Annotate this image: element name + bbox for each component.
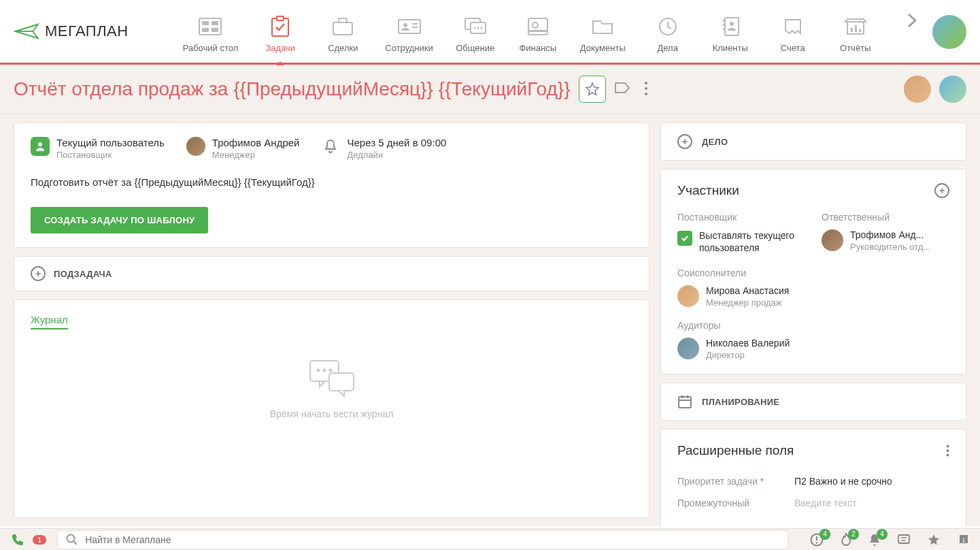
phone-badge: 1	[33, 535, 46, 545]
nav-tasks[interactable]: Задачи	[260, 10, 301, 53]
svg-point-37	[322, 369, 326, 372]
participant-avatar-2[interactable]	[939, 76, 966, 103]
svg-point-56	[963, 538, 964, 540]
person-icon	[31, 137, 50, 156]
svg-rect-39	[329, 373, 354, 391]
svg-rect-21	[725, 18, 739, 35]
svg-marker-26	[785, 20, 800, 33]
svg-rect-23	[723, 24, 725, 26]
plus-icon: +	[677, 134, 692, 149]
owner-label: Постановщик	[677, 212, 805, 223]
coexecutors-label: Соисполнители	[677, 268, 949, 278]
logo-icon	[14, 22, 39, 41]
avatar	[186, 137, 205, 156]
task-description: Подготовить отчёт за {{ПредыдущийМесяц}}…	[31, 176, 632, 188]
nav-deals[interactable]: Сделки	[322, 10, 363, 53]
nav-chat[interactable]: Общение	[455, 10, 496, 53]
svg-rect-30	[859, 29, 861, 32]
coexecutor-person[interactable]: Мирова Анастасия Менеджер продаж	[677, 285, 949, 308]
svg-rect-52	[898, 535, 909, 543]
alert-icon[interactable]: 4	[810, 533, 824, 547]
flag-icon[interactable]	[957, 534, 969, 546]
logo[interactable]: МЕГАПЛАН	[14, 22, 129, 41]
responsible-person[interactable]: Трофимов Анд... Руководитель отд...	[822, 229, 949, 252]
nav-finance[interactable]: Финансы	[518, 10, 558, 53]
main-right: + ДЕЛО Участники + Постановщик Выставлят…	[660, 123, 966, 518]
nav-documents[interactable]: Документы	[580, 10, 626, 53]
journal-tab[interactable]: Журнал	[31, 314, 68, 329]
search-input[interactable]	[85, 534, 779, 545]
nav-more[interactable]	[906, 10, 918, 31]
add-delo-button[interactable]: + ДЕЛО	[660, 123, 966, 161]
svg-rect-6	[277, 16, 284, 20]
chevron-right-icon	[906, 10, 918, 31]
participants-header: Участники +	[677, 183, 949, 198]
message-icon[interactable]	[897, 534, 911, 546]
fire-icon[interactable]: 2	[840, 533, 852, 547]
intermediate-field[interactable]: Промежуточный Введите текст	[677, 492, 949, 514]
svg-point-34	[38, 142, 42, 146]
global-search[interactable]	[57, 530, 788, 549]
task-owner[interactable]: Текущий пользователь Постановщик	[31, 137, 165, 160]
nav-affairs[interactable]: Дела	[647, 10, 688, 53]
svg-rect-4	[212, 28, 218, 32]
priority-field[interactable]: Приоритет задачи * П2 Важно и не срочно	[677, 470, 949, 492]
bell-notif-icon[interactable]: 4	[868, 533, 881, 547]
svg-rect-0	[199, 18, 221, 35]
reports-icon	[843, 16, 868, 37]
top-nav: МЕГАПЛАН Рабочий стол Задачи Сделки Сотр…	[0, 0, 980, 65]
svg-rect-2	[212, 21, 218, 25]
svg-point-31	[645, 82, 647, 84]
journal-card: Журнал Время начать вести журнал	[14, 300, 649, 518]
more-vertical-icon	[644, 81, 648, 96]
page-title: Отчёт отдела продаж за {{ПредыдущийМесяц…	[14, 78, 571, 100]
svg-point-16	[480, 27, 482, 29]
svg-point-9	[403, 23, 407, 27]
main-content: Текущий пользователь Постановщик Трофимо…	[0, 114, 980, 526]
desktop-icon	[198, 16, 222, 37]
auditors-label: Аудиторы	[677, 320, 949, 331]
star-icon	[585, 82, 600, 97]
add-subtask-button[interactable]: + ПОДЗАДАЧА	[14, 256, 649, 291]
task-deadline[interactable]: Через 5 дней в 09:00 Дедлайн	[321, 137, 446, 160]
svg-point-45	[947, 449, 949, 452]
nav-reports[interactable]: Отчёты	[835, 10, 876, 53]
responsible-label: Ответственный	[822, 212, 949, 223]
svg-point-33	[645, 93, 647, 95]
create-task-button[interactable]: СОЗДАТЬ ЗАДАЧУ ПО ШАБЛОНУ	[31, 207, 208, 233]
tag-icon[interactable]	[614, 81, 630, 97]
star-fav-icon[interactable]	[927, 533, 941, 547]
more-menu[interactable]	[644, 81, 660, 97]
nav-clients[interactable]: Клиенты	[710, 10, 751, 53]
main-left: Текущий пользователь Постановщик Трофимо…	[14, 123, 649, 518]
svg-point-14	[473, 27, 475, 29]
checkbox-checked-icon	[677, 231, 692, 246]
avatar	[677, 285, 699, 307]
user-avatar[interactable]	[932, 15, 966, 49]
participant-avatar-1[interactable]	[904, 76, 931, 103]
ext-fields-more[interactable]	[946, 444, 949, 457]
owner-checkbox-row[interactable]: Выставлять текущего пользователя	[677, 229, 805, 254]
svg-point-46	[947, 454, 949, 457]
task-card: Текущий пользователь Постановщик Трофимо…	[14, 123, 649, 248]
favorite-button[interactable]	[579, 76, 606, 103]
add-participant-button[interactable]: +	[934, 183, 949, 198]
nav-invoices[interactable]: Счета	[773, 10, 813, 53]
documents-icon	[590, 16, 615, 37]
phone-icon[interactable]	[11, 533, 24, 547]
svg-rect-7	[333, 22, 352, 35]
svg-line-48	[74, 541, 78, 545]
extended-fields-card: Расширенные поля Приоритет задачи * П2 В…	[660, 429, 966, 526]
task-manager[interactable]: Трофимов Андрей Менеджер	[186, 137, 300, 160]
auditor-person[interactable]: Николаев Валерий Директор	[677, 338, 949, 360]
finance-icon	[526, 16, 550, 37]
chat-empty-icon	[305, 357, 359, 398]
nav-items: Рабочий стол Задачи Сделки Сотрудники Об…	[183, 10, 918, 53]
nav-desktop[interactable]: Рабочий стол	[183, 10, 239, 53]
svg-point-25	[730, 22, 734, 26]
svg-point-32	[645, 87, 647, 90]
nav-employees[interactable]: Сотрудники	[385, 10, 433, 53]
svg-rect-1	[202, 21, 209, 25]
planning-button[interactable]: ПЛАНИРОВАНИЕ	[660, 383, 966, 421]
title-avatars	[904, 76, 966, 103]
